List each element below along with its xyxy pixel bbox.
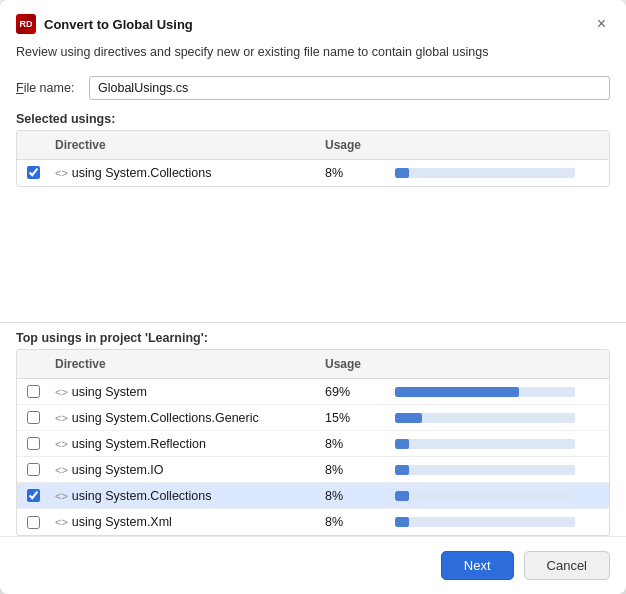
top-row-2-directive: <> using System.Reflection	[49, 434, 319, 454]
top-row-4-progress	[389, 488, 609, 504]
top-row-3-usage: 8%	[319, 460, 389, 480]
top-row-0-progress	[389, 384, 609, 400]
top-usings-label: Top usings in project 'Learning':	[0, 331, 626, 349]
selected-directive-col: Directive	[49, 135, 319, 155]
top-row-4-directive: <> using System.Collections	[49, 486, 319, 506]
title-bar: RD Convert to Global Using ×	[0, 0, 626, 44]
top-row-1-usage: 15%	[319, 408, 389, 428]
title-bar-left: RD Convert to Global Using	[16, 14, 193, 34]
dialog: RD Convert to Global Using × Review usin…	[0, 0, 626, 594]
file-name-label: File name:	[16, 81, 81, 95]
cancel-button[interactable]: Cancel	[524, 551, 610, 580]
selected-usings-table: Directive Usage <> using System.Collecti…	[16, 130, 610, 187]
top-row-2-usage: 8%	[319, 434, 389, 454]
table-row: <> using System.Collections.Generic 15%	[17, 405, 609, 431]
top-row-0-directive: <> using System	[49, 382, 319, 402]
selected-usage-col: Usage	[319, 135, 389, 155]
app-icon: RD	[16, 14, 36, 34]
code-icon: <>	[55, 464, 68, 476]
top-usings-table: Directive Usage <> using System 69%	[16, 349, 610, 536]
table-row: <> using System.Reflection 8%	[17, 431, 609, 457]
top-usage-col: Usage	[319, 354, 389, 374]
top-bar-col	[389, 354, 609, 374]
file-name-row: File name:	[0, 72, 626, 112]
top-row-5-progress	[389, 514, 609, 530]
selected-checkbox-col	[17, 135, 49, 155]
code-icon: <>	[55, 412, 68, 424]
top-row-2-checkbox[interactable]	[27, 437, 40, 450]
description-text: Review using directives and specify new …	[0, 44, 626, 72]
selected-row-0-usage: 8%	[319, 163, 389, 183]
bottom-section: Top usings in project 'Learning': Direct…	[0, 322, 626, 536]
code-icon: <>	[55, 167, 68, 179]
selected-usings-header: Directive Usage	[17, 131, 609, 160]
spacer	[0, 187, 626, 323]
top-row-0-usage: 69%	[319, 382, 389, 402]
section-divider	[0, 322, 626, 323]
top-row-5-directive: <> using System.Xml	[49, 512, 319, 532]
top-row-1-progress	[389, 410, 609, 426]
top-row-3-directive: <> using System.IO	[49, 460, 319, 480]
dialog-title: Convert to Global Using	[44, 17, 193, 32]
top-row-5-checkbox[interactable]	[27, 516, 40, 529]
close-button[interactable]: ×	[593, 14, 610, 34]
code-icon: <>	[55, 438, 68, 450]
progress-bar-fill	[395, 168, 409, 178]
top-row-4-checkbox[interactable]	[27, 489, 40, 502]
top-row-1-checkbox[interactable]	[27, 411, 40, 424]
table-row: <> using System 69%	[17, 379, 609, 405]
table-row: <> using System.Collections 8%	[17, 483, 609, 509]
top-usings-header: Directive Usage	[17, 350, 609, 379]
code-icon: <>	[55, 386, 68, 398]
table-row: <> using System.IO 8%	[17, 457, 609, 483]
selected-usings-label: Selected usings:	[0, 112, 626, 130]
selected-row-0-checkbox[interactable]	[27, 166, 40, 179]
progress-bar-bg	[395, 168, 575, 178]
file-name-input[interactable]	[89, 76, 610, 100]
top-row-5-usage: 8%	[319, 512, 389, 532]
next-button[interactable]: Next	[441, 551, 514, 580]
selected-bar-col	[389, 135, 609, 155]
code-icon: <>	[55, 516, 68, 528]
top-row-2-progress	[389, 436, 609, 452]
code-icon: <>	[55, 490, 68, 502]
top-row-1-directive: <> using System.Collections.Generic	[49, 408, 319, 428]
selected-row-0-directive: <> using System.Collections	[49, 163, 319, 183]
top-row-3-checkbox[interactable]	[27, 463, 40, 476]
top-checkbox-col	[17, 354, 49, 374]
table-row: <> using System.Collections 8%	[17, 160, 609, 186]
dialog-footer: Next Cancel	[0, 536, 626, 594]
selected-row-0-progress	[389, 165, 609, 181]
top-row-0-checkbox[interactable]	[27, 385, 40, 398]
top-row-3-progress	[389, 462, 609, 478]
selected-row-0-checkbox-cell[interactable]	[17, 166, 49, 179]
table-row: <> using System.Xml 8%	[17, 509, 609, 535]
top-row-4-usage: 8%	[319, 486, 389, 506]
top-directive-col: Directive	[49, 354, 319, 374]
